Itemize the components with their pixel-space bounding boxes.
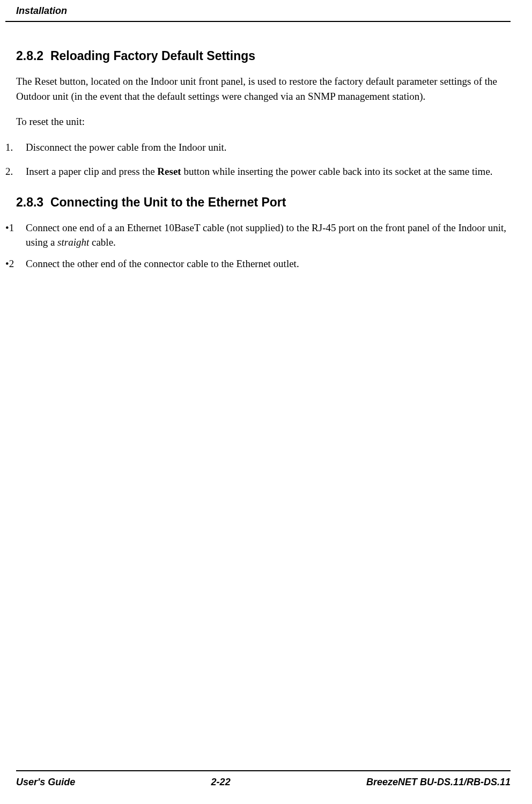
page-footer: User's Guide 2-22 BreezeNET BU-DS.11/RB-… <box>16 770 511 788</box>
bullet-text-1-italic: straight <box>57 237 89 248</box>
bulleted-list: •1 Connect one end of a an Ethernet 10Ba… <box>5 220 511 271</box>
section-heading-2: 2.8.3 Connecting the Unit to the Etherne… <box>16 195 511 210</box>
section-1-lead: To reset the unit: <box>16 114 511 129</box>
list-item: 1. Disconnect the power cable from the I… <box>5 140 511 155</box>
section-title-1: Reloading Factory Default Settings <box>50 49 255 63</box>
page-container: Installation 2.8.2 Reloading Factory Def… <box>0 0 532 804</box>
section-number-1: 2.8.2 <box>16 49 43 63</box>
bullet-marker-2: •2 <box>5 256 26 271</box>
footer-left: User's Guide <box>16 777 75 788</box>
numbered-list: 1. Disconnect the power cable from the I… <box>5 140 511 179</box>
section-number-2: 2.8.3 <box>16 195 43 209</box>
list-text-2-before: Insert a paper clip and press the <box>26 166 157 177</box>
list-marker-2: 2. <box>5 164 26 179</box>
list-text-2: Insert a paper clip and press the Reset … <box>26 164 511 179</box>
bullet-text-1-after: cable. <box>89 237 116 248</box>
page-content: 2.8.2 Reloading Factory Default Settings… <box>5 49 511 271</box>
list-text-1: Disconnect the power cable from the Indo… <box>26 140 511 155</box>
section-connecting-ethernet: 2.8.3 Connecting the Unit to the Etherne… <box>16 195 511 271</box>
header-title: Installation <box>16 5 511 17</box>
list-item: 2. Insert a paper clip and press the Res… <box>5 164 511 179</box>
section-title-2: Connecting the Unit to the Ethernet Port <box>50 195 286 209</box>
list-text-2-after: button while inserting the power cable b… <box>181 166 493 177</box>
section-reloading-factory-defaults: 2.8.2 Reloading Factory Default Settings… <box>16 49 511 179</box>
bullet-text-2: Connect the other end of the connector c… <box>26 256 511 271</box>
section-1-intro: The Reset button, located on the Indoor … <box>16 74 511 104</box>
bullet-marker-1: •1 <box>5 220 26 250</box>
list-item: •2 Connect the other end of the connecto… <box>5 256 511 271</box>
footer-center: 2-22 <box>211 777 231 788</box>
section-heading-1: 2.8.2 Reloading Factory Default Settings <box>16 49 511 63</box>
list-item: •1 Connect one end of a an Ethernet 10Ba… <box>5 220 511 250</box>
page-header: Installation <box>5 5 511 22</box>
bullet-text-1: Connect one end of a an Ethernet 10BaseT… <box>26 220 511 250</box>
list-text-2-bold: Reset <box>157 166 181 177</box>
footer-right: BreezeNET BU-DS.11/RB-DS.11 <box>366 777 511 788</box>
list-marker-1: 1. <box>5 140 26 155</box>
